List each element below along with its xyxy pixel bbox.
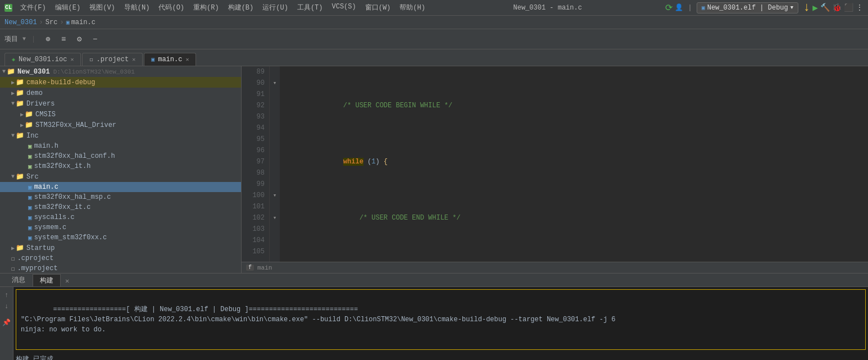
code-content[interactable]: /* USER CODE BEGIN WHILE */ while (1) { … xyxy=(280,66,868,273)
minus-button[interactable]: − xyxy=(88,33,102,46)
build-button[interactable]: 🔨 xyxy=(820,3,830,12)
menu-help[interactable]: 帮助(H) xyxy=(395,2,430,13)
tree-item-drivers[interactable]: ▼ 📁 Drivers xyxy=(0,98,241,109)
tree-item-it-c[interactable]: ▣ stm32f0xx_it.c xyxy=(0,202,241,212)
tree-item-hal-conf-h[interactable]: ▣ stm32f0xx_hal_conf.h xyxy=(0,151,241,161)
breadcrumb-src[interactable]: Src xyxy=(46,19,58,26)
breadcrumb-file[interactable]: ▣ main.c xyxy=(66,19,96,26)
menu-tools[interactable]: 工具(T) xyxy=(293,2,328,13)
menu-vcs[interactable]: VCS(S) xyxy=(327,2,360,13)
tree-item-hal-msp[interactable]: ▣ stm32f0xx_hal_msp.c xyxy=(0,192,241,202)
menu-window[interactable]: 窗口(W) xyxy=(361,2,396,13)
title-bar: CL 文件(F) 编辑(E) 视图(V) 导航(N) 代码(O) 重构(R) 构… xyxy=(0,0,868,16)
tree-item-demo[interactable]: ▶ 📁 demo xyxy=(0,88,241,98)
toolbar: 项目 ▼ | ⊕ ≡ ⚙ − xyxy=(0,29,868,49)
build-output-text: ==================[ 构建 | New_0301.elf | … xyxy=(21,306,616,334)
code-editor[interactable]: 89 90 91 92 93 94 95 96 97 98 99 100 101… xyxy=(242,66,868,273)
fold-102[interactable]: ▾ xyxy=(270,212,280,224)
pin-icon[interactable]: 📌 xyxy=(2,318,11,327)
breadcrumb: New_0301 › Src › ▣ main.c xyxy=(0,16,868,29)
profile-icon[interactable]: 👤 xyxy=(675,3,683,12)
tree-item-cproject[interactable]: ◻ .cproject xyxy=(0,253,241,263)
tree-item-syscalls[interactable]: ▣ syscalls.c xyxy=(0,212,241,222)
tree-item-system-c[interactable]: ▣ system_stm32f0xx.c xyxy=(0,233,241,243)
chevron-down-icon: ▼ xyxy=(2,69,6,75)
ln-105: 105 xyxy=(242,246,265,257)
menu-refactor[interactable]: 重构(R) xyxy=(189,2,224,13)
tree-item-it-h[interactable]: ▣ stm32f0xx_it.h xyxy=(0,161,241,171)
tree-item-src[interactable]: ▼ 📁 Src xyxy=(0,171,241,182)
more-button[interactable]: ⋮ xyxy=(856,3,864,12)
tab-build[interactable]: 构建 xyxy=(33,274,61,286)
tree-item-startup[interactable]: ▶ 📁 Startup xyxy=(0,243,241,253)
menu-code[interactable]: 代码(O) xyxy=(154,2,189,13)
tree-item-main-h[interactable]: ▣ main.h xyxy=(0,141,241,151)
bottom-sidebar: ↑ ↓ 📌 xyxy=(0,287,13,360)
fold-104 xyxy=(270,235,280,246)
tab-main-c[interactable]: ▣ main.c ✕ xyxy=(144,53,196,66)
fold-97 xyxy=(270,156,280,167)
ln-95: 95 xyxy=(242,134,265,145)
run-config-selector[interactable]: ▣ New_0301.elf | Debug ▼ xyxy=(697,2,798,13)
fold-98 xyxy=(270,167,280,179)
hal-folder-icon: 📁 xyxy=(25,121,33,129)
menu-build[interactable]: 构建(B) xyxy=(224,2,258,13)
fold-91 xyxy=(270,89,280,100)
fold-100[interactable]: ▾ xyxy=(270,190,280,201)
ln-99: 99 xyxy=(242,179,265,190)
add-button[interactable]: ⊕ xyxy=(41,33,54,46)
tree-item-root[interactable]: ▼ 📁 New_0301 D:\ClionSTM32\New_0301 xyxy=(0,66,241,77)
bottom-panel: 消息 构建 ✕ ↑ ↓ 📌 ==================[ 构建 | N… xyxy=(0,273,868,360)
build-output-box: ==================[ 构建 | New_0301.elf | … xyxy=(16,289,866,350)
stop-button[interactable]: ⬛ xyxy=(844,3,853,12)
fold-90[interactable]: ▾ xyxy=(270,78,280,89)
tab-ioc[interactable]: ◈ New_0301.ioc ✕ xyxy=(4,53,81,66)
update-icon[interactable]: ⟳ xyxy=(665,2,672,13)
tab-project[interactable]: ◻ .project ✕ xyxy=(82,53,143,66)
tree-item-main-c[interactable]: ▣ main.c xyxy=(0,182,241,192)
h-file-icon-main: ▣ xyxy=(28,143,32,150)
scroll-up-icon[interactable]: ↑ xyxy=(4,291,8,299)
sort-button[interactable]: ≡ xyxy=(57,33,70,46)
code-line-90: while (1) { xyxy=(287,145,868,179)
tab-messages[interactable]: 消息 xyxy=(4,274,33,286)
tab-build-close[interactable]: ✕ xyxy=(61,276,74,286)
scroll-down-icon[interactable]: ↓ xyxy=(4,303,8,311)
function-name: main xyxy=(257,265,272,271)
bottom-tab-bar: 消息 构建 ✕ xyxy=(0,274,868,287)
ln-91: 91 xyxy=(242,89,265,100)
run-button[interactable]: ▶ xyxy=(812,2,818,13)
menu-bar[interactable]: 文件(F) 编辑(E) 视图(V) 导航(N) 代码(O) 重构(R) 构建(B… xyxy=(16,2,430,13)
settings-button[interactable]: ⚙ xyxy=(72,33,86,46)
root-folder-icon: 📁 xyxy=(7,67,15,76)
tree-item-hal-driver[interactable]: ▶ 📁 STM32F0xx_HAL_Driver xyxy=(0,120,241,130)
tab-main-c-close[interactable]: ✕ xyxy=(185,56,189,63)
menu-navigate[interactable]: 导航(N) xyxy=(120,2,154,13)
project-label: 项目 xyxy=(4,34,18,44)
menu-view[interactable]: 视图(V) xyxy=(85,2,120,13)
fold-94 xyxy=(270,122,280,134)
build-output-area[interactable]: ==================[ 构建 | New_0301.elf | … xyxy=(13,287,868,360)
tab-project-close[interactable]: ✕ xyxy=(132,56,135,63)
fold-96 xyxy=(270,145,280,156)
tree-item-sysmem[interactable]: ▣ sysmem.c xyxy=(0,222,241,233)
fold-101 xyxy=(270,201,280,212)
debug-button[interactable]: 🐞 xyxy=(832,3,842,12)
tab-ioc-close[interactable]: ✕ xyxy=(70,56,74,63)
breadcrumb-project[interactable]: New_0301 xyxy=(4,19,37,26)
tree-item-inc[interactable]: ▼ 📁 Inc xyxy=(0,130,241,141)
menu-edit[interactable]: 编辑(E) xyxy=(51,2,85,13)
chevron-right-icon-cmsis: ▶ xyxy=(20,111,24,118)
cproject-file-icon: ◻ xyxy=(11,255,15,262)
fold-gutter: ▾ ▾ ▾ xyxy=(270,66,280,273)
fold-93 xyxy=(270,111,280,122)
code-line-91: /* USER CODE END WHILE */ xyxy=(287,201,868,235)
tree-item-cmake-build[interactable]: ▶ 📁 cmake-build-debug xyxy=(0,77,241,88)
run-config-icon: ▣ xyxy=(702,4,705,11)
menu-file[interactable]: 文件(F) xyxy=(16,2,51,13)
tree-item-cmsis[interactable]: ▶ 📁 CMSIS xyxy=(0,109,241,120)
run-config-dropdown-icon[interactable]: ▼ xyxy=(790,5,793,11)
tree-item-myproject[interactable]: ◻ .myproject xyxy=(0,263,241,273)
menu-run[interactable]: 运行(U) xyxy=(258,2,293,13)
project-dropdown-icon[interactable]: ▼ xyxy=(22,36,26,42)
